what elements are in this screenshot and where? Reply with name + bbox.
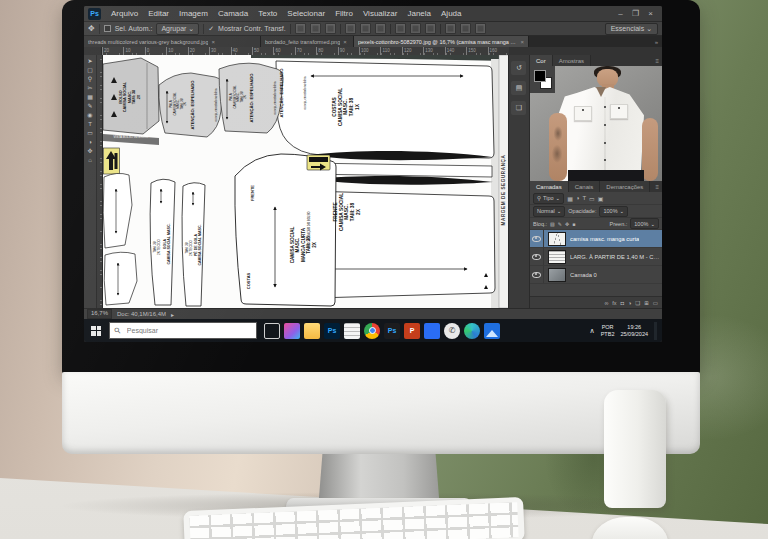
filter-shape-icon[interactable]: ▭: [589, 195, 595, 202]
group-dropdown[interactable]: Agrupar ⌄: [156, 23, 199, 35]
visibility-toggle[interactable]: [530, 248, 544, 265]
close-tab-icon[interactable]: ×: [520, 39, 524, 45]
link-layers-icon[interactable]: ∞: [604, 300, 608, 306]
align-right-icon[interactable]: [325, 23, 336, 34]
edge-icon[interactable]: [464, 323, 480, 339]
show-desktop-sliver[interactable]: [654, 322, 657, 340]
pencil-tool-icon[interactable]: ✎: [85, 102, 95, 110]
properties-panel-icon[interactable]: ▤: [511, 81, 526, 95]
paint3d-icon[interactable]: [284, 323, 300, 339]
notepad-icon[interactable]: [344, 323, 360, 339]
distribute-top-icon[interactable]: [395, 23, 406, 34]
blue-app-icon[interactable]: [424, 323, 440, 339]
filter-adjustment-icon[interactable]: ◑: [576, 195, 580, 201]
menu-item-ajuda[interactable]: Ajuda: [436, 9, 466, 18]
move-tool-preset-icon[interactable]: ✥: [88, 24, 95, 33]
tab-camadas[interactable]: Camadas: [530, 181, 569, 192]
photoshop-alt-icon[interactable]: Ps: [384, 323, 400, 339]
layer-row-larg[interactable]: LARG. À PARTIR DE 1,40 M - CAMISA SOC...: [530, 248, 662, 266]
auto-select-checkbox[interactable]: [104, 25, 111, 32]
marquee-tool-icon[interactable]: ▢: [85, 66, 95, 74]
menu-item-selecionar[interactable]: Selecionar: [282, 9, 330, 18]
menu-item-texto[interactable]: Texto: [253, 9, 282, 18]
menu-item-filtro[interactable]: Filtro: [330, 9, 358, 18]
tab-canais[interactable]: Canais: [569, 181, 601, 192]
doc-tab-pexels-active[interactable]: pexels-cottonbro-5082970.jpg @ 16,7% (ca…: [354, 36, 529, 47]
align-bottom-icon[interactable]: [375, 23, 386, 34]
canvas-pattern-sheet[interactable]: BOLSO CAMISA SOCIAL MASC. TAM: 38 2X VIS…: [103, 55, 508, 308]
tab-overflow-icon[interactable]: »: [651, 39, 662, 45]
layer-thumbnail[interactable]: [548, 268, 566, 282]
adjustment-layer-icon[interactable]: ◑: [628, 300, 631, 306]
filter-type-icon[interactable]: T: [582, 195, 586, 201]
close-button[interactable]: ×: [643, 9, 658, 18]
taskbar-search[interactable]: ⚲: [109, 322, 257, 339]
shape-tool-icon[interactable]: ▭: [85, 129, 95, 137]
start-button[interactable]: [86, 319, 106, 342]
show-transform-check-icon[interactable]: ✓: [208, 25, 214, 33]
align-center-h-icon[interactable]: [310, 23, 321, 34]
photoshop-taskbar-icon[interactable]: Ps: [324, 323, 340, 339]
layer-mask-icon[interactable]: ◘: [621, 300, 624, 306]
minimize-button[interactable]: –: [613, 9, 628, 18]
menu-item-visualizar[interactable]: Visualizar: [358, 9, 403, 18]
opacity-value[interactable]: 100%⌄: [599, 206, 628, 217]
language-indicator[interactable]: POR PTB2: [601, 324, 615, 338]
clone-tool-icon[interactable]: ▦: [85, 93, 95, 101]
workspace-switcher[interactable]: Essenciais ⌄: [605, 23, 658, 35]
close-tab-icon[interactable]: ×: [211, 39, 215, 45]
filter-kind-dropdown[interactable]: ⚲Tipo⌄: [533, 193, 564, 204]
photos-app-icon[interactable]: [484, 323, 500, 339]
new-group-icon[interactable]: ❏: [635, 300, 640, 306]
powerpoint-icon[interactable]: P: [404, 323, 420, 339]
distribute-left-icon[interactable]: [445, 23, 456, 34]
clock[interactable]: 19:26 25/09/2024: [620, 324, 648, 338]
move-tool-icon[interactable]: ➤: [85, 57, 95, 65]
file-explorer-icon[interactable]: [304, 323, 320, 339]
align-top-icon[interactable]: [345, 23, 356, 34]
distribute-right-icon[interactable]: [475, 23, 486, 34]
lock-transparency-icon[interactable]: ▨: [550, 221, 555, 227]
foreground-color-swatch[interactable]: [534, 70, 546, 82]
layer-thumbnail[interactable]: [548, 232, 566, 246]
distribute-bottom-icon[interactable]: [425, 23, 436, 34]
zoom-level-field[interactable]: 16,7%: [87, 309, 112, 319]
search-input[interactable]: [125, 326, 251, 335]
history-panel-icon[interactable]: ↺: [511, 61, 526, 75]
layer-style-icon[interactable]: fx: [612, 300, 616, 306]
visibility-toggle[interactable]: [530, 230, 544, 247]
lock-position-icon[interactable]: ✥: [565, 221, 569, 227]
new-layer-icon[interactable]: ⊞: [644, 300, 649, 306]
distribute-center-icon[interactable]: [460, 23, 471, 34]
tab-amostras[interactable]: Amostras: [553, 55, 591, 66]
panel-menu-icon[interactable]: ≡: [655, 181, 662, 192]
brush-tool-icon[interactable]: ◉: [85, 111, 95, 119]
restore-button[interactable]: ❐: [628, 9, 643, 18]
status-arrow-icon[interactable]: ▸: [171, 311, 174, 318]
menu-item-janela[interactable]: Janela: [402, 9, 436, 18]
menu-item-imagem[interactable]: Imagem: [174, 9, 213, 18]
filter-pixel-icon[interactable]: ▦: [567, 195, 573, 202]
blend-mode-dropdown[interactable]: Normal⌄: [533, 206, 565, 217]
menu-item-camada[interactable]: Camada: [213, 9, 253, 18]
tab-demarcacoes[interactable]: Demarcações: [600, 181, 650, 192]
menu-item-editar[interactable]: Editar: [143, 9, 174, 18]
close-tab-icon[interactable]: ×: [343, 39, 347, 45]
lock-all-icon[interactable]: ■: [572, 221, 575, 227]
type-tool-icon[interactable]: T: [85, 120, 95, 128]
wand-tool-icon[interactable]: ⚲: [85, 75, 95, 83]
doc-tab-bordado[interactable]: bordado_feito transformed.png ×: [261, 36, 354, 47]
layer-thumbnail[interactable]: [548, 250, 566, 264]
whatsapp-icon[interactable]: ✆: [444, 323, 460, 339]
tray-expand-icon[interactable]: ∧: [590, 327, 595, 335]
zoom-tool-icon[interactable]: ⌂: [85, 156, 95, 164]
fill-value[interactable]: 100%⌄: [630, 218, 659, 229]
hand-tool-icon[interactable]: ✥: [85, 147, 95, 155]
filter-smart-icon[interactable]: ▣: [598, 195, 604, 202]
chrome-icon[interactable]: [364, 323, 380, 339]
delete-layer-icon[interactable]: ▭: [653, 300, 658, 306]
lock-pixels-icon[interactable]: ✎: [558, 221, 562, 227]
crop-tool-icon[interactable]: ✂: [85, 84, 95, 92]
doc-tab-threads[interactable]: threads multicolored various-grey backgr…: [84, 36, 261, 47]
dodge-tool-icon[interactable]: ◑: [85, 138, 95, 146]
